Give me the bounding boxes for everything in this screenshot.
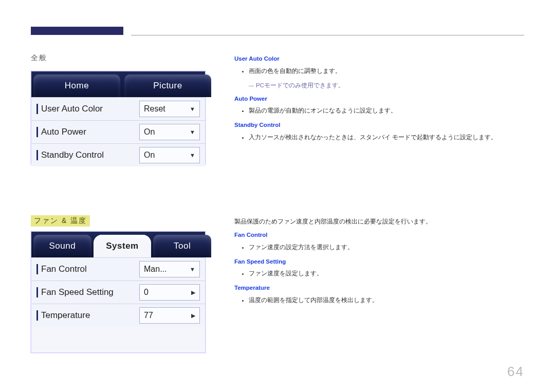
tab-picture[interactable]: Picture <box>124 74 211 97</box>
desc-subnote: PCモードでのみ使用できます。 <box>249 80 519 91</box>
panel-fan: Sound System Tool Fan Control Man...▼ Fa… <box>31 231 206 353</box>
dropdown-auto-power[interactable]: On▼ <box>139 124 200 140</box>
tab-tool[interactable]: Tool <box>153 235 211 257</box>
stepper-temperature[interactable]: 77▶ <box>139 307 200 324</box>
desc-general: User Auto Color 画面の色を自動的に調整します。 PCモードでのみ… <box>234 51 519 146</box>
row-label: Fan Speed Setting <box>41 287 139 297</box>
row-label: Temperature <box>41 310 139 321</box>
row-label: Auto Power <box>41 127 139 137</box>
chevron-right-icon: ▶ <box>191 312 195 319</box>
tab-home[interactable]: Home <box>33 74 120 97</box>
row-fan-speed-setting[interactable]: Fan Speed Setting 0▶ <box>31 281 205 304</box>
desc-intro: 製品保護のためファン速度と内部温度の検出に必要な設定を行います。 <box>234 216 519 228</box>
desc-heading: User Auto Color <box>234 53 519 65</box>
row-temperature[interactable]: Temperature 77▶ <box>31 304 205 327</box>
row-user-auto-color[interactable]: User Auto Color Reset▼ <box>31 97 205 120</box>
tab-system[interactable]: System <box>94 235 152 257</box>
row-label: Fan Control <box>41 264 139 274</box>
row-label: User Auto Color <box>41 104 139 114</box>
header-rule <box>131 35 524 35</box>
chevron-down-icon: ▼ <box>190 129 195 135</box>
panel-fan-tabs: Sound System Tool <box>31 232 205 257</box>
row-label: Standby Control <box>41 150 139 160</box>
tab-sound[interactable]: Sound <box>33 235 91 257</box>
desc-heading: Temperature <box>234 283 519 294</box>
chevron-down-icon: ▼ <box>190 106 195 112</box>
dropdown-fan-control[interactable]: Man...▼ <box>139 261 200 277</box>
desc-heading: Fan Speed Setting <box>234 256 519 268</box>
chevron-down-icon: ▼ <box>190 152 195 158</box>
desc-heading: Standby Control <box>234 120 519 131</box>
section-title-fan: ファン & 温度 <box>31 215 90 227</box>
chevron-down-icon: ▼ <box>190 266 195 272</box>
chevron-right-icon: ▶ <box>191 289 195 296</box>
dropdown-standby-control[interactable]: On▼ <box>139 147 200 163</box>
panel-general-tabs: Home Picture <box>31 71 205 97</box>
row-fan-control[interactable]: Fan Control Man...▼ <box>31 257 205 281</box>
row-standby-control[interactable]: Standby Control On▼ <box>31 143 205 166</box>
stepper-fan-speed[interactable]: 0▶ <box>139 284 200 301</box>
panel-general: Home Picture User Auto Color Reset▼ Auto… <box>31 71 206 164</box>
desc-heading: Fan Control <box>234 230 519 241</box>
header-accent <box>31 27 123 35</box>
desc-heading: Auto Power <box>234 94 519 105</box>
section-title-general: 全般 <box>31 53 47 63</box>
dropdown-user-auto-color[interactable]: Reset▼ <box>139 101 200 117</box>
row-auto-power[interactable]: Auto Power On▼ <box>31 120 205 143</box>
page-number: 64 <box>507 364 524 380</box>
desc-fan: 製品保護のためファン速度と内部温度の検出に必要な設定を行います。 Fan Con… <box>234 216 519 309</box>
